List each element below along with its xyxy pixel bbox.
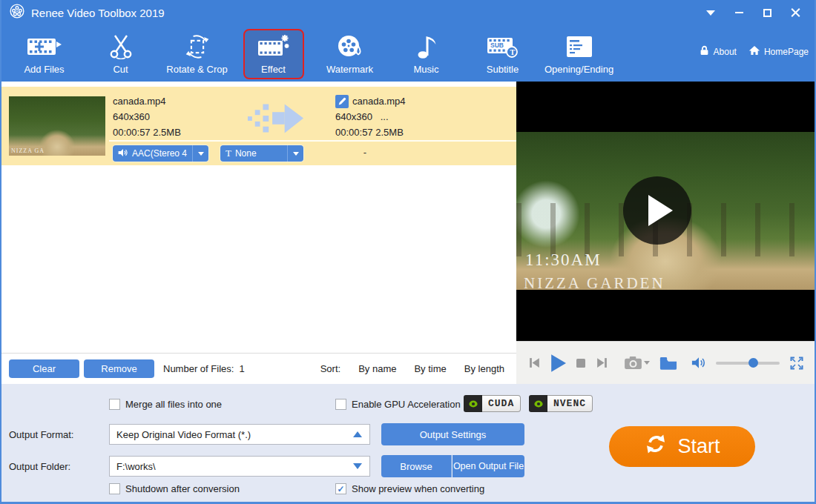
file-row[interactable]: NIZZA GA canada.mp4 640x360 00:00:57 2.5…: [1, 87, 516, 165]
about-label: About: [714, 47, 737, 57]
opening-ending-icon: [566, 33, 593, 60]
output-folder-value: F:\works\: [116, 461, 156, 472]
merge-files-label: Merge all files into one: [125, 399, 222, 410]
video-overlay-time: 11:30AM: [525, 251, 602, 270]
sub-glyph: SUB: [490, 42, 504, 49]
subtitle-dropdown-arrow[interactable]: [287, 145, 303, 162]
toolbar-cut[interactable]: Cut: [82, 29, 159, 79]
convert-arrow-icon: [246, 102, 304, 137]
play-overlay-button[interactable]: [623, 176, 691, 245]
toolbar-label: Subtitle: [487, 64, 519, 75]
open-output-file-button[interactable]: Open Output File: [453, 455, 524, 477]
toolbar-subtitle[interactable]: SUB T Subtitle: [464, 29, 541, 79]
clear-button[interactable]: Clear: [9, 359, 79, 378]
watermark-icon: [336, 33, 364, 60]
start-button[interactable]: Start: [609, 426, 755, 467]
lock-icon: [699, 44, 710, 59]
sync-icon: [644, 432, 668, 461]
checkbox-checked[interactable]: ✓: [335, 483, 346, 494]
audio-track-value: AAC(Stereo 4: [132, 148, 187, 159]
gpu-acceleration-checkbox[interactable]: Enable GPU Acceleration: [335, 399, 461, 410]
app-logo-icon: [9, 3, 25, 22]
maximize-button[interactable]: [761, 7, 773, 19]
subtitle-track-dropdown[interactable]: T None: [220, 145, 303, 162]
nvidia-logo-icon: [529, 395, 547, 412]
output-format-label: Output Format:: [9, 429, 105, 440]
nvenc-label: NVENC: [547, 395, 593, 412]
subtitle-track-value: None: [235, 148, 257, 159]
homepage-label: HomePage: [764, 47, 809, 57]
preview-panel: 11:30AM NIZZA GARDEN: [516, 82, 815, 384]
sort-by-name[interactable]: By name: [358, 363, 396, 374]
show-preview-checkbox[interactable]: ✓ Show preview when converting: [335, 483, 484, 494]
homepage-link[interactable]: HomePage: [748, 44, 809, 59]
sort-by-length[interactable]: By length: [464, 363, 504, 374]
sort-label: Sort:: [320, 363, 340, 374]
browse-button[interactable]: Browse: [381, 455, 452, 477]
next-file-button[interactable]: [596, 357, 608, 369]
about-link[interactable]: About: [699, 44, 737, 59]
add-files-icon: [27, 33, 62, 60]
close-button[interactable]: [789, 7, 801, 19]
checkbox-unchecked[interactable]: [109, 399, 120, 410]
toolbar-opening-ending[interactable]: Opening/Ending: [541, 29, 617, 79]
title-bar: Renee Video Toolbox 2019: [1, 0, 815, 25]
audio-dropdown-arrow[interactable]: [192, 145, 208, 162]
output-format-value: Keep Original Video Format (*.): [116, 429, 251, 440]
checkbox-unchecked[interactable]: [335, 399, 346, 410]
toolbar-effect[interactable]: Effect: [243, 29, 304, 79]
player-controls: [516, 341, 815, 384]
fullscreen-button[interactable]: [789, 356, 804, 371]
checkbox-unchecked[interactable]: [109, 483, 120, 494]
shutdown-checkbox[interactable]: Shutdown after conversion: [109, 483, 240, 494]
toolbar-add-files[interactable]: Add Files: [6, 29, 82, 79]
target-file-info: canada.mp4 640x360 ... 00:00:57 2.5MB: [335, 93, 406, 140]
target-file-name: canada.mp4: [352, 93, 406, 109]
app-title: Renee Video Toolbox 2019: [31, 7, 165, 19]
snapshot-button[interactable]: [624, 356, 650, 370]
cuda-badge: CUDA: [464, 395, 521, 412]
row-divider: [109, 140, 516, 142]
file-thumbnail: NIZZA GA: [9, 96, 105, 156]
stop-button[interactable]: [576, 358, 586, 368]
music-note-icon: [415, 33, 438, 60]
toolbar-watermark[interactable]: Watermark: [312, 29, 388, 79]
chevron-up-icon: [353, 431, 362, 437]
open-folder-button[interactable]: [659, 356, 677, 370]
app-window: Renee Video Toolbox 2019: [0, 0, 816, 504]
file-list-panel: NIZZA GA canada.mp4 640x360 00:00:57 2.5…: [1, 82, 516, 384]
output-settings-button[interactable]: Output Settings: [381, 423, 524, 445]
target-more[interactable]: ...: [381, 111, 389, 122]
sort-by-time[interactable]: By time: [414, 363, 446, 374]
audio-track-dropdown[interactable]: AAC(Stereo 4: [113, 145, 208, 162]
volume-slider[interactable]: [716, 362, 780, 365]
show-preview-label: Show preview when converting: [352, 483, 484, 494]
source-resolution: 640x360: [113, 109, 181, 125]
source-file-name: canada.mp4: [113, 93, 181, 109]
video-preview[interactable]: 11:30AM NIZZA GARDEN: [516, 82, 815, 341]
merge-files-checkbox[interactable]: Merge all files into one: [109, 399, 222, 410]
menu-dropdown-icon[interactable]: [705, 7, 717, 19]
snapshot-dropdown-arrow[interactable]: [644, 361, 650, 365]
t-glyph: T: [510, 48, 515, 56]
subtitle-icon: SUB T: [487, 33, 519, 60]
nvidia-logo-icon: [464, 395, 482, 412]
previous-file-button[interactable]: [528, 357, 541, 369]
output-format-select[interactable]: Keep Original Video Format (*.): [109, 424, 370, 445]
volume-icon[interactable]: [691, 357, 706, 369]
volume-thumb[interactable]: [748, 358, 758, 368]
header: Renee Video Toolbox 2019: [1, 0, 815, 82]
output-folder-select[interactable]: F:\works\: [109, 456, 370, 477]
toolbar-music[interactable]: Music: [388, 29, 464, 79]
minimize-button[interactable]: [733, 7, 745, 19]
target-duration-size: 00:00:57 2.5MB: [335, 125, 406, 140]
video-overlay-title: NIZZA GARDEN: [524, 274, 665, 293]
remove-button[interactable]: Remove: [84, 359, 154, 378]
edit-filename-icon[interactable]: [335, 95, 349, 108]
toolbar-rotate-crop[interactable]: Rotate & Crop: [159, 29, 235, 79]
play-button[interactable]: [550, 354, 566, 372]
toolbar-label: Add Files: [24, 64, 64, 75]
thumb-caption: NIZZA GA: [11, 147, 45, 154]
rotate-crop-icon: [183, 33, 211, 60]
toolbar-label: Effect: [261, 64, 286, 75]
